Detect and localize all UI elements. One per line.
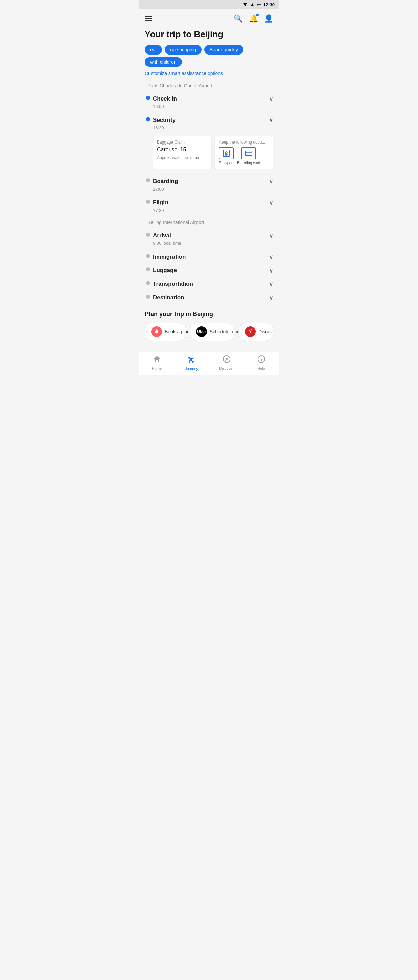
nav-home[interactable]: Home xyxy=(147,355,167,370)
tag-with-children[interactable]: with children xyxy=(145,57,182,67)
boarding-title: Boarding xyxy=(153,178,178,185)
boarding-card-icon xyxy=(241,147,256,159)
passport-label: Passport xyxy=(219,161,233,165)
svg-marker-9 xyxy=(225,358,228,361)
tag-board-quickly[interactable]: Board quickly xyxy=(204,45,244,54)
top-bar: 🔍 🔔 👤 xyxy=(139,10,279,28)
luggage-header[interactable]: Luggage ∨ xyxy=(153,262,273,275)
svg-point-1 xyxy=(225,152,227,154)
tag-go-shopping[interactable]: go shopping xyxy=(165,45,201,54)
checkin-row: Check In ∨ 16:00 xyxy=(153,91,273,112)
search-icon[interactable]: 🔍 xyxy=(234,14,243,23)
immigration-row: Immigration ∨ xyxy=(153,249,273,262)
destination-title: Destination xyxy=(153,294,184,301)
flight-row: Flight ∨ 17:30 xyxy=(153,195,273,216)
airbnb-icon xyxy=(151,326,162,337)
boarding-dot xyxy=(146,178,150,183)
discover-card[interactable]: Y Discov... xyxy=(238,323,273,341)
boarding-row: Boarding ∨ 17:00 xyxy=(153,173,273,194)
luggage-chevron: ∨ xyxy=(269,267,273,274)
nav-help[interactable]: Help xyxy=(251,355,272,370)
flight-content: Flight ∨ 17:30 xyxy=(153,195,273,216)
tag-eat[interactable]: eat xyxy=(145,45,162,54)
immigration-header[interactable]: Immigration ∨ xyxy=(153,249,273,262)
immigration-title: Immigration xyxy=(153,253,186,260)
docs-icons: Passport xyxy=(219,147,269,165)
plan-section-title: Plan your trip in Beijing xyxy=(145,311,273,318)
nav-journey[interactable]: Journey xyxy=(182,355,202,371)
discover-nav-icon xyxy=(223,355,231,365)
page-title: Your trip to Beijing xyxy=(145,29,273,40)
checkin-chevron: ∨ xyxy=(269,95,273,103)
bottom-nav: Home Journey Discover Help xyxy=(139,352,279,375)
transportation-dot xyxy=(146,281,150,285)
transportation-chevron: ∨ xyxy=(269,280,273,288)
passport-icon xyxy=(219,147,234,159)
schedule-ride-card[interactable]: Uber Schedule a ride xyxy=(190,323,235,341)
transportation-row: Transportation ∨ xyxy=(153,276,273,289)
uber-icon: Uber xyxy=(196,326,207,337)
battery-icon: ▭ xyxy=(256,2,262,8)
baggage-card-label: Baggage Claim xyxy=(157,140,207,145)
flight-chevron: ∨ xyxy=(269,199,273,207)
baggage-wait-time: Approx. wait time: 5 min xyxy=(157,155,207,160)
notification-badge xyxy=(256,14,259,16)
help-nav-icon xyxy=(257,355,266,365)
boarding-header[interactable]: Boarding ∨ xyxy=(153,173,273,186)
checkin-dot xyxy=(146,96,150,100)
signal-icon: ▲ xyxy=(250,2,255,8)
arrival-time: 9:00 local time xyxy=(153,241,273,248)
schedule-ride-label: Schedule a ride xyxy=(210,329,242,334)
destination-header[interactable]: Destination ∨ xyxy=(153,290,273,302)
home-icon xyxy=(153,355,161,365)
checkin-time: 16:00 xyxy=(153,104,273,112)
departure-timeline: Check In ∨ 16:00 Security ∧ 16:30 xyxy=(145,91,273,216)
yelp-icon: Y xyxy=(245,326,256,337)
arrival-row: Arrival ∨ 9:00 local time xyxy=(153,228,273,248)
svg-rect-4 xyxy=(245,151,252,156)
book-place-card[interactable]: Book a place xyxy=(145,323,186,341)
docs-card: Keep the following docu... xyxy=(215,136,273,169)
flight-time: 17:30 xyxy=(153,208,273,216)
boarding-content: Boarding ∨ 17:00 xyxy=(153,173,273,194)
destination-dot xyxy=(146,294,150,299)
journey-label: Journey xyxy=(185,367,198,371)
destination-content: Destination ∨ xyxy=(153,290,273,302)
luggage-content: Luggage ∨ xyxy=(153,262,273,275)
uber-text: Uber xyxy=(197,329,206,334)
immigration-chevron: ∨ xyxy=(269,253,273,261)
security-content: Security ∧ 16:30 Baggage Claim Carousel … xyxy=(153,112,273,173)
arrival-title: Arrival xyxy=(153,232,171,239)
security-chevron: ∧ xyxy=(269,116,273,124)
plan-section: Plan your trip in Beijing Book a place U… xyxy=(145,311,273,341)
boarding-card-doc: Boarding card xyxy=(237,147,260,165)
flight-dot xyxy=(146,200,150,204)
flight-title: Flight xyxy=(153,199,168,206)
boarding-chevron: ∨ xyxy=(269,178,273,185)
arrival-airport-label: Beijing International Airport xyxy=(145,220,273,225)
profile-icon[interactable]: 👤 xyxy=(264,14,273,23)
arrival-chevron: ∨ xyxy=(269,232,273,239)
passport-doc: Passport xyxy=(219,147,234,165)
arrival-dot xyxy=(146,232,150,237)
transportation-content: Transportation ∨ xyxy=(153,276,273,289)
security-time: 16:30 xyxy=(153,125,273,133)
docs-card-label: Keep the following docu... xyxy=(219,140,269,145)
notification-bell-icon[interactable]: 🔔 xyxy=(249,14,258,23)
security-row: Security ∧ 16:30 Baggage Claim Carousel … xyxy=(153,112,273,173)
arrival-header[interactable]: Arrival ∨ xyxy=(153,228,273,241)
tags-row: eat go shopping Board quickly with child… xyxy=(145,45,273,67)
customize-link[interactable]: Customize smart assisstance options xyxy=(145,71,273,76)
checkin-header[interactable]: Check In ∨ xyxy=(153,91,273,104)
luggage-dot xyxy=(146,267,150,272)
nav-discover[interactable]: Discover xyxy=(217,355,237,370)
flight-header[interactable]: Flight ∨ xyxy=(153,195,273,208)
status-time: 12:30 xyxy=(263,2,275,8)
status-icons: ▼ ▲ ▭ 12:30 xyxy=(242,2,275,8)
boarding-card-label: Boarding card xyxy=(237,161,260,165)
security-header[interactable]: Security ∧ xyxy=(153,112,273,125)
security-dot xyxy=(146,117,150,121)
transportation-header[interactable]: Transportation ∨ xyxy=(153,276,273,289)
discover-label: Discov... xyxy=(258,329,273,334)
menu-button[interactable] xyxy=(145,16,152,21)
